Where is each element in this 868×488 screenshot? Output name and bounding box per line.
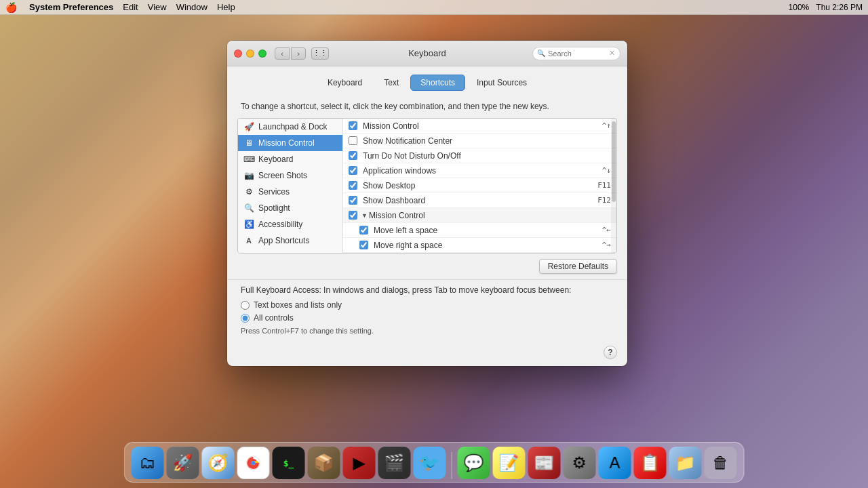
help-button[interactable]: ? — [604, 346, 617, 359]
dock-terminal[interactable]: $_ — [273, 447, 305, 479]
help-row: ? — [227, 342, 627, 366]
back-button[interactable]: ‹ — [275, 47, 290, 60]
menubar-battery: 100% — [789, 3, 810, 12]
maximize-button[interactable] — [258, 49, 267, 58]
navigation-buttons: ‹ › — [275, 47, 306, 60]
forward-button[interactable]: › — [291, 47, 306, 60]
window-title: Keyboard — [408, 48, 446, 58]
search-clear-button[interactable]: ✕ — [609, 49, 615, 58]
dock-chrome[interactable] — [237, 447, 270, 479]
dock-flashcard[interactable]: 📋 — [634, 447, 667, 479]
dock-twitter[interactable]: 🐦 — [414, 447, 446, 479]
shortcut-checkbox-mission-control[interactable] — [349, 121, 357, 130]
dock-app-store[interactable]: A — [599, 447, 631, 479]
accessibility-icon: ♿ — [243, 219, 254, 230]
shortcut-checkbox-show-dashboard[interactable] — [349, 196, 357, 205]
menu-help[interactable]: Help — [217, 2, 235, 12]
shortcut-move-left-space[interactable]: Move left a space ^← — [343, 223, 616, 238]
scroll-thumb — [612, 121, 616, 202]
menu-view[interactable]: View — [148, 2, 167, 12]
radio-option-text-boxes: Text boxes and lists only — [241, 300, 614, 310]
app-name[interactable]: System Preferences — [29, 2, 113, 12]
shortcut-checkbox-notification[interactable] — [349, 136, 357, 145]
scroll-indicator[interactable] — [611, 119, 616, 253]
app-shortcuts-icon: A — [243, 235, 254, 246]
shortcuts-list: Mission Control ^↑ Show Notification Cen… — [343, 119, 616, 253]
sidebar-item-screenshots[interactable]: 📷 Screen Shots — [238, 167, 342, 184]
dock-archive[interactable]: 📦 — [308, 447, 340, 479]
shortcuts-sidebar: 🚀 Launchpad & Dock 🖥 Mission Control ⌨ K… — [238, 119, 343, 253]
close-button[interactable] — [234, 49, 242, 58]
dock-launchpad[interactable]: 🚀 — [167, 447, 199, 479]
shortcut-mission-control[interactable]: Mission Control ^↑ — [343, 119, 616, 134]
sidebar-item-spotlight[interactable]: 🔍 Spotlight — [238, 200, 342, 216]
restore-row: Restore Defaults — [227, 253, 627, 279]
keyboard-access-title: Full Keyboard Access: In windows and dia… — [241, 285, 614, 295]
tab-keyboard[interactable]: Keyboard — [317, 75, 372, 91]
shortcut-group-mission-control[interactable]: ▼ Mission Control — [343, 208, 616, 223]
shortcut-checkbox-move-left[interactable] — [359, 226, 368, 235]
dock-messages[interactable]: 💬 — [458, 447, 490, 479]
shortcut-checkbox-app-windows[interactable] — [349, 166, 357, 175]
shortcut-dnd[interactable]: Turn Do Not Disturb On/Off — [343, 148, 616, 163]
shortcut-checkbox-move-right[interactable] — [359, 241, 368, 249]
radio-text-boxes[interactable] — [241, 301, 250, 310]
dock-paperpane[interactable]: ▶ — [343, 447, 376, 479]
instructions-text: To change a shortcut, select it, click t… — [227, 96, 627, 118]
dock-system-preferences[interactable]: ⚙ — [564, 447, 596, 479]
shortcut-checkbox-show-desktop[interactable] — [349, 181, 357, 190]
dock-safari[interactable]: 🧭 — [202, 447, 235, 479]
dock-stickies[interactable]: 📝 — [493, 447, 526, 479]
dock-divider — [452, 452, 452, 479]
sidebar-item-mission-control[interactable]: 🖥 Mission Control — [238, 135, 342, 151]
tab-input-sources[interactable]: Input Sources — [467, 75, 537, 91]
dock-fileview[interactable]: 📁 — [669, 447, 702, 479]
shortcut-checkbox-dnd[interactable] — [349, 151, 357, 160]
spotlight-icon: 🔍 — [243, 203, 254, 214]
traffic-lights — [234, 49, 267, 58]
sidebar-item-launchpad[interactable]: 🚀 Launchpad & Dock — [238, 119, 342, 135]
window-content: Keyboard Text Shortcuts Input Sources To… — [227, 66, 627, 366]
menu-window[interactable]: Window — [176, 2, 208, 12]
shortcut-app-windows[interactable]: Application windows ^↓ — [343, 163, 616, 178]
sidebar-item-accessibility[interactable]: ♿ Accessibility — [238, 216, 342, 232]
dock-claquette[interactable]: 🎬 — [378, 447, 411, 479]
search-icon: 🔍 — [537, 49, 545, 57]
sidebar-item-services[interactable]: ⚙ Services — [238, 184, 342, 200]
launchpad-icon: 🚀 — [243, 121, 254, 132]
grid-view-button[interactable]: ⋮⋮ — [311, 47, 329, 60]
menubar-time: Thu 2:26 PM — [816, 3, 863, 12]
sidebar-item-app-shortcuts[interactable]: A App Shortcuts — [238, 232, 342, 249]
dock-trash[interactable]: 🗑 — [705, 447, 737, 479]
menubar: 🍎 System Preferences Edit View Window He… — [0, 0, 868, 15]
tab-shortcuts[interactable]: Shortcuts — [410, 75, 465, 91]
tab-bar: Keyboard Text Shortcuts Input Sources — [227, 66, 627, 96]
dock-reeder[interactable]: 📰 — [528, 447, 561, 479]
restore-defaults-button[interactable]: Restore Defaults — [539, 259, 617, 274]
apple-menu[interactable]: 🍎 — [5, 2, 17, 13]
mission-control-icon: 🖥 — [243, 138, 254, 148]
dock-finder[interactable]: 🗂 — [132, 447, 164, 479]
shortcut-show-desktop[interactable]: Show Desktop F11 — [343, 178, 616, 193]
dock: 🗂 🚀 🧭 $_ 📦 ▶ 🎬 🐦 💬 📝 📰 ⚙ A 📋 📁 🗑 — [124, 442, 745, 483]
search-input[interactable] — [548, 49, 609, 58]
shortcut-checkbox-group-mc[interactable] — [349, 211, 357, 220]
radio-all-controls[interactable] — [241, 314, 250, 323]
keyboard-window: ‹ › ⋮⋮ Keyboard 🔍 ✕ Keyboard Text Shortc… — [227, 41, 627, 366]
minimize-button[interactable] — [246, 49, 254, 58]
shortcuts-pane: 🚀 Launchpad & Dock 🖥 Mission Control ⌨ K… — [237, 118, 617, 253]
menu-edit[interactable]: Edit — [123, 2, 138, 12]
keyboard-icon: ⌨ — [243, 154, 254, 165]
shortcut-notification-center[interactable]: Show Notification Center — [343, 134, 616, 148]
search-box: 🔍 ✕ — [532, 47, 620, 60]
shortcut-show-dashboard[interactable]: Show Dashboard F12 — [343, 193, 616, 208]
sidebar-item-keyboard[interactable]: ⌨ Keyboard — [238, 151, 342, 167]
screenshots-icon: 📷 — [243, 170, 254, 181]
tab-text[interactable]: Text — [374, 75, 409, 91]
disclosure-triangle: ▼ — [361, 212, 368, 219]
radio-option-all-controls: All controls — [241, 313, 614, 323]
keyboard-access-section: Full Keyboard Access: In windows and dia… — [227, 279, 627, 342]
services-icon: ⚙ — [243, 186, 254, 197]
shortcut-move-right-space[interactable]: Move right a space ^→ — [343, 238, 616, 253]
titlebar: ‹ › ⋮⋮ Keyboard 🔍 ✕ — [227, 41, 627, 66]
